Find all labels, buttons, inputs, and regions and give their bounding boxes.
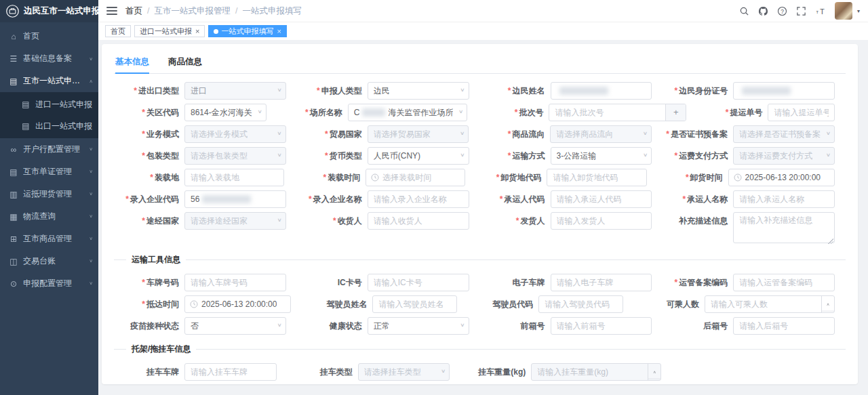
breadcrumb-item[interactable]: 首页 [125,5,142,17]
collapse-menu-icon[interactable] [106,7,117,15]
sidebar-item-4[interactable]: ▤互市单证管理∨ [0,161,98,183]
input-bill-of-lading-no[interactable] [768,104,835,121]
tab-basic-info[interactable]: 基本信息 [115,52,149,73]
field-entry-company-code: *录入企业代码56 [114,190,297,209]
field-label-text: 挂车类型 [320,367,353,377]
tab-goods-info[interactable]: 商品信息 [168,52,202,73]
input-loading-place[interactable] [184,169,284,186]
sidebar-subitem-0[interactable]: ▤进口一站式申报 [0,93,98,115]
required-asterisk: * [317,86,320,96]
github-icon[interactable] [758,6,768,16]
select-venue-name[interactable]: C海关监管作业场所∨ [348,104,468,121]
input-entry-company-name[interactable] [368,190,469,208]
input-trailer-weight[interactable] [532,364,648,380]
font-size-icon[interactable]: тT [815,6,826,16]
field-transport-mode: *运输方式3-公路运输∨ [480,147,663,165]
field-label-text: 边民姓名 [513,86,545,96]
search-icon[interactable] [739,6,749,16]
avatar[interactable] [835,2,852,20]
input-consignee[interactable] [368,212,469,230]
sidebar-item-3[interactable]: ∞开户行配置管理∨ [0,138,98,161]
input-passenger-capacity[interactable] [705,296,821,312]
select-business-mode[interactable]: 请选择业务模式∨ [184,125,286,143]
required-asterisk: * [516,216,519,226]
input-transport-filing-code[interactable] [733,274,835,291]
select-declarant-type[interactable]: 边民∨ [368,82,469,100]
field-control [733,274,835,291]
input-carrier-code[interactable] [551,190,652,208]
input-batch-no[interactable] [549,104,665,121]
select-trailer-type[interactable]: 请选择挂车类型∨ [358,363,450,381]
datetime-arrival-time[interactable]: 2025-06-13 20:00:00 [184,295,291,313]
input-front-container-no[interactable] [551,317,652,335]
field-control [551,82,652,100]
field-label: *运费支付方式 [663,147,733,161]
chevron-down-icon: ∨ [89,281,93,286]
select-health-status[interactable]: 正常∨ [368,317,469,335]
input-carrier-name[interactable] [733,190,835,208]
sidebar-item-1[interactable]: ☰基础信息备案∨ [0,47,98,70]
number-stepper[interactable]: ∧∨ [648,364,660,380]
input-electronic-plate[interactable] [551,274,652,291]
sidebar-subitem-1[interactable]: ▤出口一站式申报 [0,115,98,137]
select-certificate-filing[interactable]: 请选择是否证书预备案∨ [733,125,835,143]
input-plate-number[interactable] [184,274,286,291]
field-label: *卸货地代码 [476,169,547,183]
sidebar-item-5[interactable]: ▥运抵理货管理∨ [0,183,98,205]
input-entry-company-code[interactable]: 56 [184,190,286,208]
sidebar-item-8[interactable]: ◫交易台账∨ [0,250,98,272]
select-import-export-type[interactable]: 进口∨ [184,82,286,100]
field-label: *进出口类型 [114,82,184,96]
textarea-supplementary-info[interactable] [733,212,835,243]
required-asterisk: * [309,194,312,204]
input-driver-name[interactable] [372,295,457,313]
tag-1[interactable]: 进口一站式申报× [134,25,205,37]
input-driver-code[interactable] [538,295,623,313]
input-unloading-place-code[interactable] [547,169,646,186]
select-freight-payment-method[interactable]: 请选择运费支付方式∨ [733,147,835,165]
tag-2[interactable]: 一站式申报填写× [208,25,286,37]
input-trailer-plate[interactable] [184,363,277,381]
select-vaccination-status[interactable]: 否∨ [184,317,286,335]
tag-label: 一站式申报填写 [221,26,273,37]
input-ic-card-no[interactable] [368,274,469,291]
field-label: *承运人名称 [663,190,733,205]
close-icon[interactable]: × [277,28,281,35]
field-label: *商品流向 [479,125,550,140]
chevron-down-icon: ∨ [89,259,93,264]
datetime-unloading-time[interactable]: 2025-06-13 20:00:00 [728,169,835,186]
select-customs-district-code[interactable]: 8614-金水河海关∨ [184,104,267,121]
input-consignor[interactable] [551,212,652,230]
sidebar-item-9[interactable]: ⊙申报配置管理∨ [0,272,98,295]
select-currency-type[interactable]: 人民币(CNY)∨ [368,147,469,165]
sidebar-item-7[interactable]: ⊞互市商品管理∨ [0,228,98,250]
field-driver-code: 驾驶员代码 [468,295,634,314]
fullscreen-icon[interactable] [796,6,806,16]
input-border-resident-name[interactable] [551,82,652,100]
input-border-resident-id[interactable] [733,82,835,100]
form-row: *进出口类型进口∨*申报人类型边民∨*边民姓名*边民身份证号 [114,82,846,100]
number-stepper[interactable]: ∧∨ [821,296,834,312]
increase-icon[interactable]: ∧ [822,298,834,312]
datetime-loading-time[interactable]: 选择装载时间 [366,169,465,186]
required-asterisk: * [134,86,137,96]
sidebar-item-0[interactable]: ⌂首页 [0,25,98,47]
caret-down-icon[interactable]: ▾ [857,8,860,14]
sidebar-item-6[interactable]: ▦物流查询∨ [0,205,98,228]
select-transport-mode[interactable]: 3-公路运输∨ [551,147,652,165]
help-icon[interactable]: ? [777,6,787,16]
breadcrumb-item[interactable]: 互市一站式申报管理 [154,5,231,17]
input-rear-container-no[interactable] [733,317,835,335]
select-transit-country[interactable]: 请选择途经国家∨ [184,212,286,230]
increase-icon[interactable]: ∧ [648,366,660,379]
form-row: 挂车车牌挂车类型请选择挂车类型∨挂车重量(kg)∧∨ [114,363,846,381]
sidebar-item-2[interactable]: ▤互市一站式申报管理∧ [0,70,98,92]
home-icon: ⌂ [8,32,19,41]
close-icon[interactable]: × [195,28,199,35]
select-trade-country[interactable]: 请选择贸易国家∨ [368,125,469,143]
select-goods-flow[interactable]: 请选择商品流向∨ [550,125,652,143]
required-asterisk: * [325,151,328,161]
select-packaging-type[interactable]: 请选择包装类型∨ [184,147,286,165]
tag-0[interactable]: 首页 [105,25,131,37]
add-batch-no-button[interactable]: + [665,104,686,121]
